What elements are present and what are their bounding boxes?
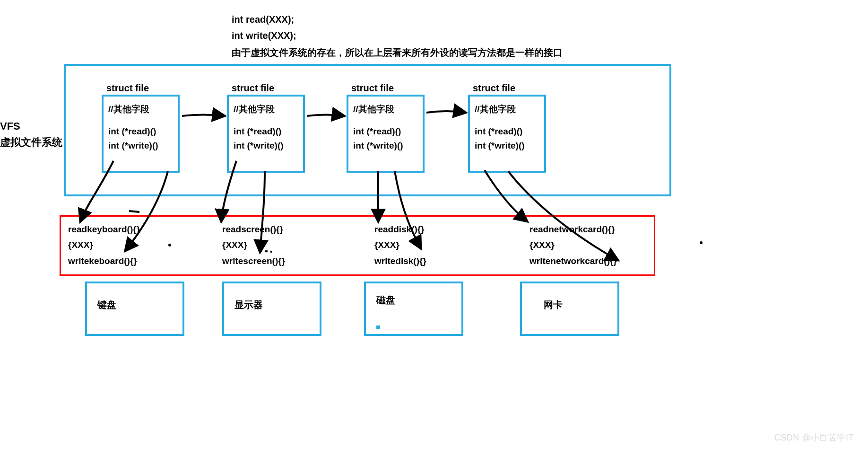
device-label-network: 网卡	[544, 299, 563, 311]
struct1-read: int (*read)()	[108, 124, 173, 138]
struct4-write: int (*write)()	[475, 139, 539, 152]
struct3-write: int (*write)()	[353, 139, 418, 152]
struct3-read: int (*read)()	[353, 124, 418, 138]
device-label-disk: 磁盘	[376, 294, 395, 307]
struct2-write: int (*write)()	[234, 139, 298, 152]
struct-box-2: //其他字段 int (*read)() int (*write)()	[227, 95, 305, 173]
struct-box-4: //其他字段 int (*read)() int (*write)()	[468, 95, 546, 173]
dot-icon	[376, 326, 380, 329]
struct-title-1: struct file	[106, 83, 149, 94]
struct2-other: //其他字段	[234, 102, 298, 116]
kb-body: {XXX}	[68, 240, 93, 250]
header-desc: 由于虚拟文件系统的存在，所以在上层看来所有外设的读写方法都是一样的接口	[232, 46, 563, 59]
stray-dot	[700, 241, 703, 244]
device-label-keyboard: 键盘	[97, 299, 116, 311]
struct-title-2: struct file	[232, 83, 274, 94]
header-read: int read(XXX);	[232, 14, 294, 25]
struct4-other: //其他字段	[475, 102, 539, 116]
driver-screen: readscreen(){} {XXX} writescreen(){}	[222, 221, 285, 269]
net-write: writenetworkcard(){}	[529, 256, 617, 266]
vfs-label: VFS 虚拟文件系统	[0, 118, 62, 150]
device-box-network: 网卡	[520, 282, 619, 336]
kb-read: readkeyboard(){}	[68, 224, 140, 234]
driver-network: readnetworkcard(){} {XXX} writenetworkca…	[529, 221, 617, 269]
struct-title-3: struct file	[351, 83, 394, 94]
struct-title-4: struct file	[473, 83, 515, 94]
struct-box-3: //其他字段 int (*read)() int (*write)()	[347, 95, 425, 173]
disk-read: readdisk(){}	[374, 224, 425, 234]
device-box-screen: 显示器	[222, 282, 321, 336]
device-box-keyboard: 键盘	[85, 282, 184, 336]
struct1-other: //其他字段	[108, 102, 173, 116]
net-read: readnetworkcard(){}	[529, 224, 615, 234]
vfs-line1: VFS	[0, 120, 20, 132]
disk-write: writedisk(){}	[374, 256, 426, 266]
driver-keyboard: readkeyboard(){} {XXX} writekeboard(){}	[68, 221, 140, 269]
header-write: int write(XXX);	[232, 30, 296, 41]
driver-disk: readdisk(){} {XXX} writedisk(){}	[374, 221, 426, 269]
device-label-screen: 显示器	[234, 299, 263, 311]
struct-box-1: //其他字段 int (*read)() int (*write)()	[102, 95, 180, 173]
struct3-other: //其他字段	[353, 102, 418, 116]
kb-write: writekeboard(){}	[68, 256, 137, 266]
stray-dot-2	[168, 244, 171, 247]
vfs-line2: 虚拟文件系统	[0, 136, 62, 148]
net-body: {XXX}	[529, 240, 555, 250]
disk-body: {XXX}	[374, 240, 399, 250]
scr-body: {XXX}	[222, 240, 247, 250]
device-box-disk: 磁盘	[364, 282, 463, 336]
watermark: CSDN @小白苦学IT	[774, 432, 854, 443]
struct4-read: int (*read)()	[475, 124, 539, 138]
stray-mark-1	[129, 211, 139, 212]
struct2-read: int (*read)()	[234, 124, 298, 138]
struct1-write: int (*write)()	[108, 139, 173, 152]
scr-write: writescreen(){}	[222, 256, 285, 266]
scr-read: readscreen(){}	[222, 224, 283, 234]
